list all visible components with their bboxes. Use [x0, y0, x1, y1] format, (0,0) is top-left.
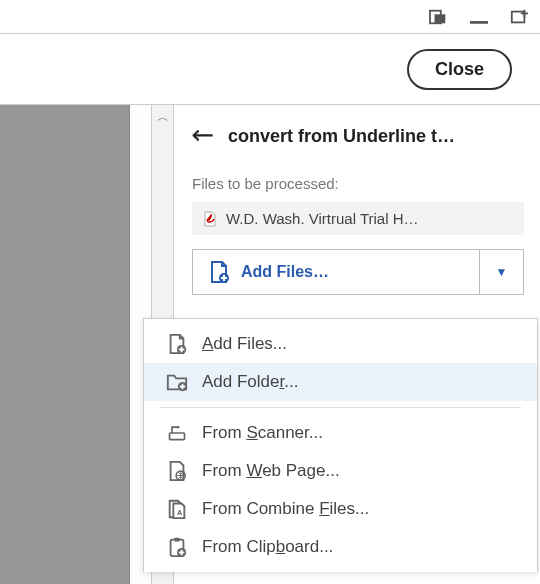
- back-arrow-icon[interactable]: 🡐: [192, 123, 214, 149]
- menu-item-add-files[interactable]: Add Files...: [144, 325, 537, 363]
- panel-header: 🡐 convert from Underline t…: [192, 123, 524, 149]
- toolbar-icon-2[interactable]: [468, 8, 490, 26]
- menu-item-from-web[interactable]: From Web Page...: [144, 452, 537, 490]
- section-label: Files to be processed:: [192, 175, 524, 192]
- menu-label: From Clipboard...: [202, 537, 333, 557]
- panel-title: convert from Underline t…: [228, 126, 455, 147]
- svg-rect-19: [174, 538, 180, 542]
- add-folder-icon: [164, 371, 190, 393]
- add-files-dropdown-caret[interactable]: ▼: [479, 250, 523, 294]
- menu-separator: [160, 407, 521, 408]
- add-files-button[interactable]: Add Files…: [193, 250, 479, 294]
- left-dark-panel: [0, 105, 130, 584]
- close-button[interactable]: Close: [407, 49, 512, 90]
- add-files-bar: Add Files… ▼: [192, 249, 524, 295]
- menu-item-from-clipboard[interactable]: From Clipboard...: [144, 528, 537, 566]
- toolbar-top: [0, 0, 540, 34]
- menu-label: From Scanner...: [202, 423, 323, 443]
- file-list-item[interactable]: W.D. Wash. Virtrual Trial H…: [192, 202, 524, 235]
- svg-rect-1: [435, 14, 446, 23]
- pdf-file-icon: [202, 211, 218, 227]
- scanner-icon: [164, 422, 190, 444]
- menu-label: From Combine Files...: [202, 499, 369, 519]
- toolbar-icon-3[interactable]: [508, 8, 530, 26]
- menu-label: Add Files...: [202, 334, 287, 354]
- file-item-label: W.D. Wash. Virtrual Trial H…: [226, 210, 419, 227]
- add-file-icon: [164, 333, 190, 355]
- menu-item-from-scanner[interactable]: From Scanner...: [144, 414, 537, 452]
- menu-label: From Web Page...: [202, 461, 340, 481]
- menu-label: Add Folder...: [202, 372, 298, 392]
- close-row: Close: [0, 34, 540, 104]
- web-page-icon: [164, 460, 190, 482]
- menu-item-add-folder[interactable]: Add Folder...: [144, 363, 537, 401]
- svg-rect-15: [170, 433, 185, 440]
- add-files-dropdown-menu: Add Files... Add Folder... From Scanner.…: [143, 318, 538, 572]
- menu-item-from-combine[interactable]: A From Combine Files...: [144, 490, 537, 528]
- toolbar-icon-1[interactable]: [428, 8, 450, 26]
- combine-files-icon: A: [164, 498, 190, 520]
- add-files-label: Add Files…: [241, 263, 329, 281]
- clipboard-icon: [164, 536, 190, 558]
- add-file-icon: [207, 260, 231, 284]
- svg-text:A: A: [177, 508, 183, 517]
